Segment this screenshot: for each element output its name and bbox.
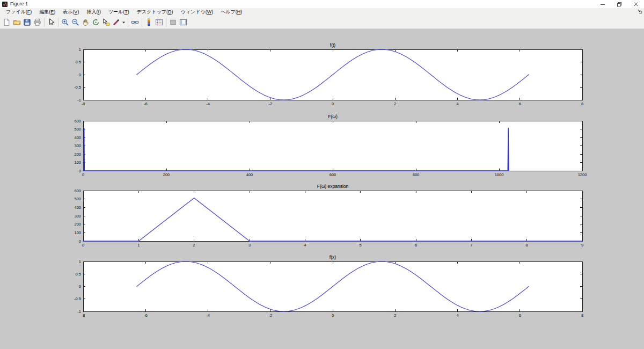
menu-window[interactable]: ウィンドウ(W) (177, 9, 217, 16)
plot-title: f(t) (330, 42, 336, 48)
arrow-cursor-icon (47, 18, 55, 26)
y-tick-label: 500 (74, 197, 81, 201)
restore-button[interactable] (611, 0, 627, 8)
menubar: ファイル(F)編集(E)表示(V)挿入(I)ツール(T)デスクトップ(D)ウィン… (0, 8, 644, 16)
x-tick-label: 2 (394, 101, 396, 106)
minimize-button[interactable] (594, 0, 611, 8)
x-tick-label: -8 (82, 101, 85, 106)
x-tick-label: 800 (413, 172, 420, 177)
y-tick-label: 1 (79, 259, 81, 264)
x-tick-label: 0 (332, 313, 334, 318)
x-tick-label: -8 (82, 313, 85, 318)
y-tick-label: 200 (74, 152, 81, 157)
save-figure-button[interactable] (22, 17, 32, 27)
brush-dropdown-button[interactable] (121, 17, 126, 27)
data-cursor-icon (102, 18, 110, 26)
zoom-out-icon (71, 18, 79, 26)
menu-view[interactable]: 表示(V) (59, 9, 83, 16)
toolbar-separator (128, 18, 128, 27)
x-tick-label: -4 (206, 101, 210, 106)
titlebar[interactable]: Figure 1 (0, 0, 644, 8)
x-tick-label: 200 (163, 172, 170, 177)
dock-figure-icon[interactable] (637, 9, 642, 14)
x-tick-label: 400 (246, 172, 253, 177)
toolbar-separator (166, 18, 166, 27)
y-tick-label: -1 (77, 309, 81, 314)
x-tick-label: 6 (519, 101, 521, 106)
print-figure-button[interactable] (32, 17, 42, 27)
y-tick-label: 100 (74, 230, 81, 235)
x-tick-label: 6 (519, 313, 521, 318)
zoom-in-icon (61, 18, 69, 26)
x-tick-label: 1 (137, 243, 140, 248)
show-plot-tools-button[interactable] (178, 17, 188, 27)
window-controls (594, 0, 644, 8)
toolbar-separator (142, 18, 142, 27)
y-tick-label: -0.5 (74, 85, 81, 90)
x-tick-label: 0 (332, 101, 334, 106)
subplot-1: f(t)-8-6-4-202468-1-0.500.51 (74, 42, 583, 106)
x-tick-label: 1000 (495, 172, 504, 177)
x-tick-label: 600 (330, 172, 336, 177)
y-tick-label: 0 (79, 169, 81, 173)
legend-icon (155, 18, 163, 26)
x-tick-label: -6 (144, 313, 148, 318)
menu-edit[interactable]: 編集(E) (35, 9, 59, 16)
rotate-3d-button[interactable] (91, 17, 101, 27)
link-plots-button[interactable] (130, 17, 140, 27)
y-tick-label: 0.5 (76, 272, 81, 277)
insert-legend-button[interactable] (154, 17, 164, 27)
close-icon (633, 2, 639, 7)
plot-title: F(ω) expansion (317, 184, 349, 189)
edit-plot-button[interactable] (46, 17, 56, 27)
y-tick-label: 500 (74, 127, 81, 132)
menu-help[interactable]: ヘルプ(H) (217, 9, 246, 16)
pan-button[interactable] (80, 17, 91, 27)
y-tick-label: 300 (74, 214, 81, 219)
y-tick-label: 100 (74, 160, 81, 165)
pan-hand-icon (82, 18, 90, 26)
y-tick-label: 600 (74, 119, 81, 123)
window-title: Figure 1 (10, 0, 28, 8)
y-tick-label: 400 (74, 205, 81, 210)
close-button[interactable] (627, 0, 644, 8)
menu-tools[interactable]: ツール(T) (105, 9, 133, 16)
save-icon (23, 18, 31, 26)
dropdown-caret-icon (122, 18, 126, 26)
brush-icon (112, 18, 120, 26)
x-tick-label: 1200 (578, 172, 587, 177)
x-tick-label: 4 (456, 313, 458, 318)
y-tick-label: 0 (79, 239, 81, 244)
menu-file[interactable]: ファイル(F) (2, 9, 35, 16)
data-cursor-button[interactable] (101, 17, 111, 27)
x-tick-label: -2 (268, 313, 272, 318)
subplot-2: F(ω)020040060080010001200010020030040050… (74, 114, 587, 177)
figure-canvas: f(t)-8-6-4-202468-1-0.500.51F(ω)02004006… (0, 29, 644, 349)
menu-insert[interactable]: 挿入(I) (83, 9, 105, 16)
toolbar-separator (58, 18, 58, 27)
y-tick-label: 1 (79, 47, 81, 52)
brush-data-button[interactable] (111, 17, 121, 27)
x-tick-label: 4 (304, 243, 306, 248)
zoom-in-button[interactable] (60, 17, 70, 27)
x-tick-label: 8 (526, 243, 528, 248)
insert-colorbar-button[interactable] (144, 17, 154, 27)
open-file-button[interactable] (12, 17, 22, 27)
new-figure-button[interactable] (2, 17, 12, 27)
y-tick-label: 600 (74, 188, 81, 193)
x-tick-label: 2 (394, 313, 396, 318)
x-tick-label: 3 (248, 243, 251, 248)
hide-plot-tools-button[interactable] (168, 17, 178, 27)
figure-window: Figure 1 ファイル(F)編集(E)表示(V)挿入(I)ツール(T)デスク… (0, 0, 644, 349)
matlab-logo-icon (2, 2, 8, 7)
x-tick-label: 0 (82, 243, 84, 248)
zoom-out-button[interactable] (70, 17, 80, 27)
y-tick-label: -1 (77, 98, 81, 103)
x-tick-label: -2 (268, 101, 272, 106)
plot-area (83, 121, 582, 171)
y-tick-label: 0.5 (76, 60, 81, 64)
x-tick-label: 8 (581, 101, 583, 106)
x-tick-label: 5 (360, 243, 362, 248)
print-icon (33, 18, 41, 26)
menu-desktop[interactable]: デスクトップ(D) (133, 9, 177, 16)
